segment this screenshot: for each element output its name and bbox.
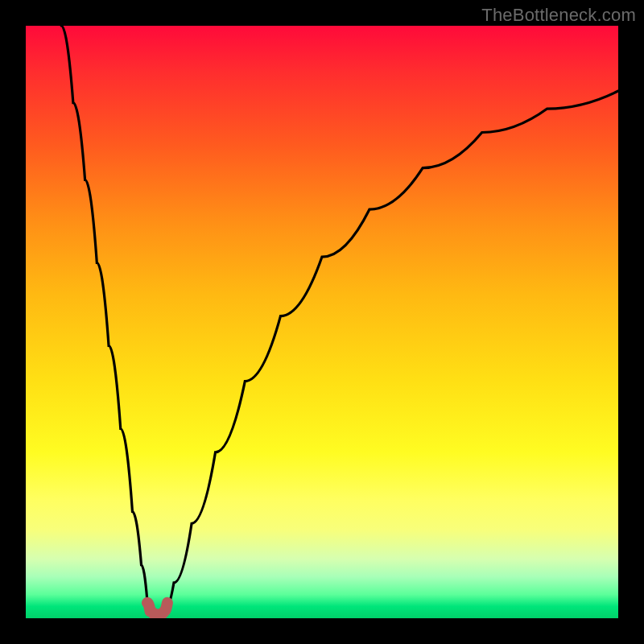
right-branch-curve [163, 91, 618, 613]
nub-curve [147, 603, 167, 615]
watermark-text: TheBottleneck.com [481, 5, 636, 26]
chart-svg [26, 26, 618, 618]
left-branch-curve [61, 26, 152, 613]
plot-area [26, 26, 618, 618]
